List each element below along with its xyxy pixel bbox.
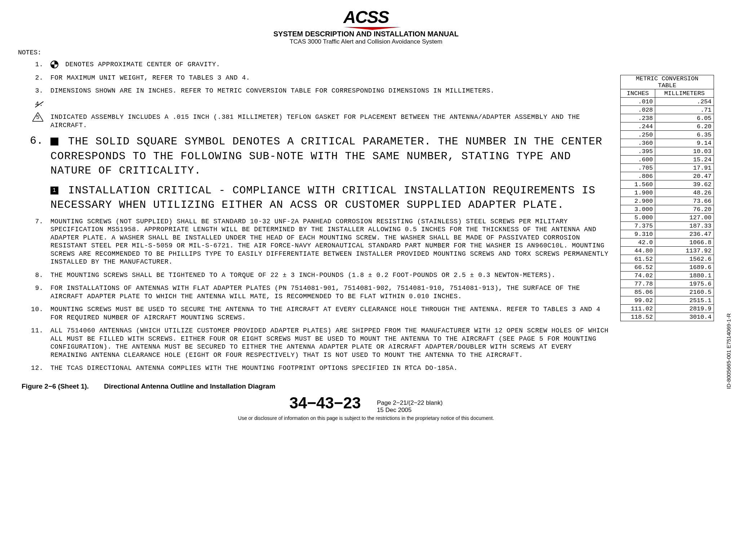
note-number: 11. [18, 327, 50, 359]
cell-millimeters: 73.66 [655, 197, 714, 205]
cell-inches: .360 [621, 139, 655, 147]
cell-millimeters: 1975.6 [655, 280, 714, 288]
cell-millimeters: 2515.1 [655, 296, 714, 305]
cell-inches: 74.02 [621, 272, 655, 280]
note-number: 2. [18, 74, 50, 82]
note-6: 6. THE SOLID SQUARE SYMBOL DENOTES A CRI… [18, 134, 613, 178]
table-row: .2446.20 [621, 122, 714, 131]
note-11: 11. ALL 7514060 ANTENNAS (WHICH UTILIZE … [18, 327, 613, 359]
cell-inches: 3.000 [621, 205, 655, 214]
cell-inches: 44.80 [621, 247, 655, 255]
figure-caption: Figure 2−6 (Sheet 1). Directional Antenn… [22, 382, 714, 390]
cell-inches: 42.0 [621, 238, 655, 247]
content-row: 1. DENOTES APPROXIMATE CENTER OF GRAVITY… [18, 61, 714, 377]
note-text: THE TCAS DIRECTIONAL ANTENNA COMPLIES WI… [50, 364, 613, 372]
note-text: FOR MAXIMUM UNIT WEIGHT, REFER TO TABLES… [50, 74, 613, 82]
table-row: 85.062160.5 [621, 288, 714, 296]
table-row: 9.310236.47 [621, 230, 714, 238]
cell-inches: .600 [621, 156, 655, 164]
cell-millimeters: 2819.9 [655, 305, 714, 313]
note-number-blank [18, 183, 50, 212]
note-text: THE SOLID SQUARE SYMBOL DENOTES A CRITIC… [50, 135, 602, 177]
table-row: .39510.03 [621, 147, 714, 156]
struck-number: 4. [35, 100, 43, 108]
note-6-sub1: 1 INSTALLATION CRITICAL - COMPLIANCE WIT… [18, 183, 613, 212]
cell-inches: .010 [621, 98, 655, 106]
logo-triangle-icon [343, 27, 401, 30]
document-footer: 34−43−23 Page 2−21/(2−22 blank) 15 Dec 2… [18, 394, 714, 421]
note-text: INDICATED ASSEMBLY INCLUDES A .015 INCH … [50, 113, 613, 129]
table-row: 74.021880.1 [621, 272, 714, 280]
note-number: 9. [18, 284, 50, 300]
table-row: 77.781975.6 [621, 280, 714, 288]
side-drawing-code: ID-8005665-001 E7514069-1-R [726, 313, 732, 389]
note-text: DENOTES APPROXIMATE CENTER OF GRAVITY. [65, 61, 220, 68]
note-12: 12. THE TCAS DIRECTIONAL ANTENNA COMPLIE… [18, 364, 613, 372]
note-number: 12. [18, 364, 50, 372]
note-8: 8. THE MOUNTING SCREWS SHALL BE TIGHTENE… [18, 271, 613, 279]
note-5: 5 INDICATED ASSEMBLY INCLUDES A .015 INC… [18, 113, 613, 129]
figure-label: Figure 2−6 (Sheet 1). [22, 382, 89, 390]
col-inches: INCHES [621, 89, 655, 98]
cell-inches: 77.78 [621, 280, 655, 288]
note-text: FOR INSTALLATIONS OF ANTENNAS WITH FLAT … [50, 284, 613, 300]
cell-millimeters: 17.91 [655, 164, 714, 172]
note-number: 6. [18, 134, 50, 178]
col-millimeters: MILLIMETERS [655, 89, 714, 98]
table-row: 61.521562.6 [621, 255, 714, 263]
cell-inches: 111.02 [621, 305, 655, 313]
cell-inches: .705 [621, 164, 655, 172]
table-row: 5.000127.00 [621, 214, 714, 222]
notes-heading: NOTES: [18, 49, 714, 56]
page-number: Page 2−21/(2−22 blank) [377, 399, 443, 406]
cell-millimeters: 3010.4 [655, 313, 714, 321]
cell-inches: .238 [621, 114, 655, 122]
note-text: DIMENSIONS SHOWN ARE IN INCHES. REFER TO… [50, 87, 613, 95]
cell-inches: .250 [621, 131, 655, 139]
cell-millimeters: 127.00 [655, 214, 714, 222]
table-row: 118.523010.4 [621, 313, 714, 321]
note-number: 10. [18, 305, 50, 322]
center-of-gravity-icon [50, 61, 58, 68]
table-row: .2386.05 [621, 114, 714, 122]
cell-inches: 118.52 [621, 313, 655, 321]
cell-inches: 66.52 [621, 263, 655, 272]
cell-millimeters: 1066.8 [655, 238, 714, 247]
note-text: ALL 7514060 ANTENNAS (WHICH UTILIZE CUST… [50, 327, 613, 359]
cell-millimeters: .254 [655, 98, 714, 106]
note-body: THE SOLID SQUARE SYMBOL DENOTES A CRITIC… [50, 134, 613, 178]
note-number: 4. [18, 100, 50, 108]
note-body: 1 INSTALLATION CRITICAL - COMPLIANCE WIT… [50, 183, 613, 212]
cell-inches: .244 [621, 122, 655, 131]
table-row: .70517.91 [621, 164, 714, 172]
note-number: 8. [18, 271, 50, 279]
ata-number: 34−43−23 [289, 394, 361, 412]
note-9: 9. FOR INSTALLATIONS OF ANTENNAS WITH FL… [18, 284, 613, 300]
table-row: .028.71 [621, 106, 714, 114]
cell-inches: 7.375 [621, 222, 655, 230]
table-row: .80620.47 [621, 172, 714, 180]
cell-millimeters: 6.35 [655, 131, 714, 139]
cell-millimeters: 9.14 [655, 139, 714, 147]
cell-millimeters: 39.62 [655, 180, 714, 189]
document-page: ACSS SYSTEM DESCRIPTION AND INSTALLATION… [0, 0, 732, 421]
table-title-row: METRIC CONVERSIONTABLE [621, 75, 714, 89]
table-title: METRIC CONVERSIONTABLE [621, 75, 714, 89]
cell-millimeters: 1689.6 [655, 263, 714, 272]
cell-millimeters: 1137.92 [655, 247, 714, 255]
table-body: .010.254.028.71.2386.05.2446.20.2506.35.… [621, 98, 714, 321]
table-row: 2.90073.66 [621, 197, 714, 205]
table-row: .3609.14 [621, 139, 714, 147]
acss-logo: ACSS [343, 7, 389, 27]
table-row: 99.022515.1 [621, 296, 714, 305]
table-row: .010.254 [621, 98, 714, 106]
cell-inches: 1.900 [621, 189, 655, 197]
cell-inches: 61.52 [621, 255, 655, 263]
page-date: 15 Dec 2005 [377, 407, 412, 413]
note-3: 3. DIMENSIONS SHOWN ARE IN INCHES. REFER… [18, 87, 613, 95]
note-number: 3. [18, 87, 50, 95]
note-number: 5 [18, 113, 50, 129]
manual-title: SYSTEM DESCRIPTION AND INSTALLATION MANU… [18, 30, 714, 38]
table-row: 3.00076.20 [621, 205, 714, 214]
table-row: 42.01066.8 [621, 238, 714, 247]
